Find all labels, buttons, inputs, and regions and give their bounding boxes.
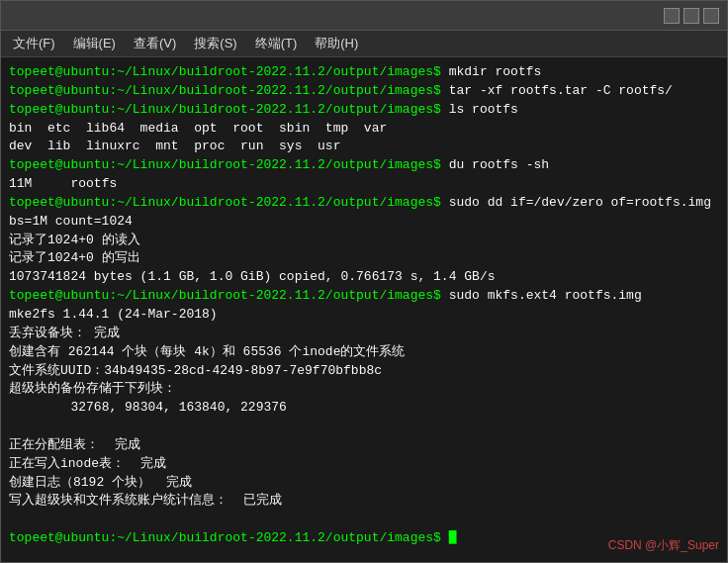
cmd-0: mkdir rootfs xyxy=(449,64,542,79)
output-text-21: 创建日志（8192 个块） 完成 xyxy=(9,475,192,490)
terminal-line-9: 记录了1024+0 的写出 xyxy=(9,249,719,268)
output-text-16: 超级块的备份存储于下列块： xyxy=(9,381,176,396)
menu-bar: 文件(F)编辑(E)查看(V)搜索(S)终端(T)帮助(H) xyxy=(1,31,727,57)
title-bar xyxy=(1,1,727,31)
output-text-17: 32768, 98304, 163840, 229376 xyxy=(9,400,287,415)
watermark: CSDN @小辉_Super xyxy=(608,537,719,554)
menu-item-3[interactable]: 搜索(S) xyxy=(186,33,244,54)
menu-item-4[interactable]: 终端(T) xyxy=(247,33,306,54)
close-button[interactable] xyxy=(703,8,719,24)
terminal-line-3: bin etc lib64 media opt root sbin tmp va… xyxy=(9,120,719,139)
terminal-line-8: 记录了1024+0 的读入 xyxy=(9,232,719,250)
cmd-2: ls rootfs xyxy=(449,102,518,117)
terminal-window: 文件(F)编辑(E)查看(V)搜索(S)终端(T)帮助(H) topeet@ub… xyxy=(0,0,728,563)
output-text-9: 记录了1024+0 的写出 xyxy=(9,250,140,265)
output-text-14: 创建含有 262144 个块（每块 4k）和 65536 个inode的文件系统 xyxy=(9,344,405,359)
output-text-3: bin etc lib64 media opt root sbin tmp va… xyxy=(9,121,387,136)
terminal-line-15: 文件系统UUID：34b49435-28cd-4249-8b97-7e9f70b… xyxy=(9,362,719,381)
maximize-button[interactable] xyxy=(683,8,699,24)
prompt-0: topeet@ubuntu:~/Linux/buildroot-2022.11.… xyxy=(9,64,449,79)
terminal-line-16: 超级块的备份存储于下列块： xyxy=(9,380,719,399)
output-text-22: 写入超级块和文件系统账户统计信息： 已完成 xyxy=(9,493,282,508)
output-text-20: 正在写入inode表： 完成 xyxy=(9,456,166,471)
terminal-line-7: topeet@ubuntu:~/Linux/buildroot-2022.11.… xyxy=(9,194,719,232)
terminal-line-22: 写入超级块和文件系统账户统计信息： 已完成 xyxy=(9,492,719,511)
terminal-line-1: topeet@ubuntu:~/Linux/buildroot-2022.11.… xyxy=(9,82,719,101)
terminal-line-23 xyxy=(9,511,719,529)
cmd-1: tar -xf rootfs.tar -C rootfs/ xyxy=(449,83,673,98)
terminal-line-0: topeet@ubuntu:~/Linux/buildroot-2022.11.… xyxy=(9,63,719,82)
terminal-line-11: topeet@ubuntu:~/Linux/buildroot-2022.11.… xyxy=(9,287,719,306)
menu-item-0[interactable]: 文件(F) xyxy=(5,33,63,54)
cmd-5: du rootfs -sh xyxy=(449,157,549,172)
terminal-line-18 xyxy=(9,418,719,436)
prompt-last: topeet@ubuntu:~/Linux/buildroot-2022.11.… xyxy=(9,530,449,545)
window-controls xyxy=(664,8,719,24)
menu-item-1[interactable]: 编辑(E) xyxy=(65,33,124,54)
terminal-line-4: dev lib linuxrc mnt proc run sys usr xyxy=(9,138,719,156)
cmd-11: sudo mkfs.ext4 rootfs.img xyxy=(449,288,642,303)
terminal-line-5: topeet@ubuntu:~/Linux/buildroot-2022.11.… xyxy=(9,156,719,175)
prompt-5: topeet@ubuntu:~/Linux/buildroot-2022.11.… xyxy=(9,157,449,172)
prompt-2: topeet@ubuntu:~/Linux/buildroot-2022.11.… xyxy=(9,102,449,117)
terminal-line-20: 正在写入inode表： 完成 xyxy=(9,455,719,474)
terminal-line-17: 32768, 98304, 163840, 229376 xyxy=(9,399,719,418)
prompt-11: topeet@ubuntu:~/Linux/buildroot-2022.11.… xyxy=(9,288,449,303)
output-text-15: 文件系统UUID：34b49435-28cd-4249-8b97-7e9f70b… xyxy=(9,363,382,378)
menu-item-5[interactable]: 帮助(H) xyxy=(307,33,366,54)
output-text-10: 1073741824 bytes (1.1 GB, 1.0 GiB) copie… xyxy=(9,269,495,284)
minimize-button[interactable] xyxy=(664,8,680,24)
output-text-19: 正在分配组表： 完成 xyxy=(9,437,140,452)
terminal-body[interactable]: topeet@ubuntu:~/Linux/buildroot-2022.11.… xyxy=(1,57,727,562)
output-text-6: 11M rootfs xyxy=(9,176,117,191)
terminal-line-13: 丢弃设备块： 完成 xyxy=(9,325,719,343)
output-text-13: 丢弃设备块： 完成 xyxy=(9,326,120,340)
prompt-7: topeet@ubuntu:~/Linux/buildroot-2022.11.… xyxy=(9,195,449,210)
output-text-4: dev lib linuxrc mnt proc run sys usr xyxy=(9,139,340,153)
terminal-line-12: mke2fs 1.44.1 (24-Mar-2018) xyxy=(9,306,719,325)
terminal-line-14: 创建含有 262144 个块（每块 4k）和 65536 个inode的文件系统 xyxy=(9,343,719,362)
terminal-line-21: 创建日志（8192 个块） 完成 xyxy=(9,474,719,493)
menu-item-2[interactable]: 查看(V) xyxy=(126,33,184,54)
terminal-line-2: topeet@ubuntu:~/Linux/buildroot-2022.11.… xyxy=(9,101,719,120)
cursor: █ xyxy=(449,530,457,545)
terminal-line-10: 1073741824 bytes (1.1 GB, 1.0 GiB) copie… xyxy=(9,268,719,287)
terminal-line-6: 11M rootfs xyxy=(9,175,719,194)
output-text-8: 记录了1024+0 的读入 xyxy=(9,233,140,247)
terminal-line-19: 正在分配组表： 完成 xyxy=(9,436,719,455)
prompt-1: topeet@ubuntu:~/Linux/buildroot-2022.11.… xyxy=(9,83,449,98)
output-text-12: mke2fs 1.44.1 (24-Mar-2018) xyxy=(9,307,218,322)
